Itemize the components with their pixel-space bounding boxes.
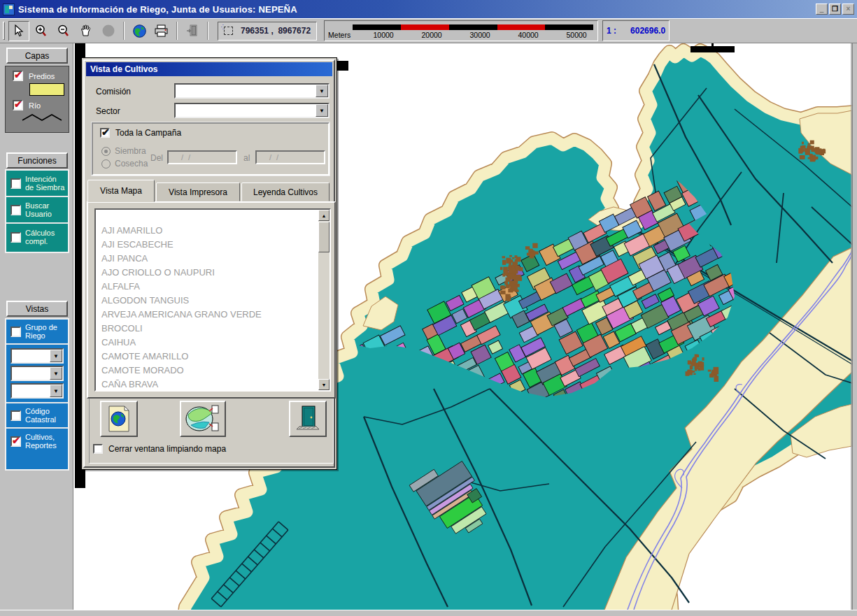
layer-item-predios[interactable]: ✔ Predios bbox=[13, 71, 66, 81]
predios-checkbox[interactable]: ✔ bbox=[13, 71, 23, 81]
vistas-panel-header[interactable]: Vistas bbox=[6, 301, 68, 317]
cultivos-reportes-label: Cultivos, Reportes bbox=[25, 433, 66, 450]
scale-tick: 40000 bbox=[511, 31, 545, 39]
siembra-radio-row[interactable]: Siembra bbox=[101, 146, 146, 156]
crop-list-item[interactable]: CAMOTE AMARILLO bbox=[101, 350, 318, 364]
vistas-panel: Grupo de Riego ▼ ▼ ▼ Código Catastral ✔ … bbox=[5, 318, 69, 471]
sector-combo[interactable]: ▼ bbox=[174, 103, 330, 118]
toolbar: ⁛ 796351 , 8967672 Meters 10000 20000 30… bbox=[0, 18, 857, 43]
codigo-catastral-label: Código Catastral bbox=[25, 407, 66, 424]
select-arrow-button[interactable] bbox=[8, 21, 29, 41]
river-symbol bbox=[21, 112, 63, 123]
tab-vista-mapa[interactable]: Vista Mapa bbox=[87, 180, 155, 202]
del-label: Del bbox=[150, 153, 163, 163]
close-checkbox-row[interactable]: Cerrar ventana limpiando mapa bbox=[93, 444, 226, 454]
toolbar-grip bbox=[3, 22, 5, 40]
scale-tick: 30000 bbox=[463, 31, 497, 39]
dialog-title: Vista de Cultivos bbox=[90, 64, 157, 74]
cosecha-label: Cosecha bbox=[115, 159, 148, 169]
vista-cultivos-reportes[interactable]: ✔ Cultivos, Reportes bbox=[6, 429, 68, 454]
crop-list-item[interactable]: AJI ESCABECHE bbox=[101, 238, 318, 252]
crop-list-item[interactable]: BROCOLI bbox=[101, 322, 318, 336]
map-layers-button[interactable] bbox=[180, 401, 226, 437]
extent-rectangle-icon: ⁛ bbox=[221, 24, 235, 37]
funcion-intencion-siembra[interactable]: Intención de Siembra bbox=[6, 171, 68, 197]
funciones-panel-header[interactable]: Funciones bbox=[6, 152, 68, 169]
vistas-combo-3[interactable]: ▼ bbox=[10, 383, 64, 399]
cosecha-radio[interactable] bbox=[101, 159, 111, 169]
crop-list-item[interactable]: AJI AMARILLO bbox=[101, 224, 318, 238]
vistas-combo-1[interactable]: ▼ bbox=[10, 348, 64, 364]
scale-units-label: Meters bbox=[328, 31, 350, 39]
funciones-panel: Intención de Siembra Buscar Usuario Cálc… bbox=[5, 169, 69, 253]
crop-list-scrollbar[interactable]: ▲ ▼ bbox=[318, 210, 330, 390]
scale-segment bbox=[449, 24, 497, 30]
layer-item-rio[interactable]: ✔ Río bbox=[13, 100, 66, 110]
scroll-down-button[interactable]: ▼ bbox=[318, 379, 330, 390]
vistas-combo-2[interactable]: ▼ bbox=[10, 366, 64, 381]
comision-combo[interactable]: ▼ bbox=[174, 83, 330, 99]
calculos-checkbox[interactable] bbox=[10, 232, 21, 243]
scale-tick: 20000 bbox=[415, 31, 448, 39]
rio-label: Río bbox=[29, 101, 41, 110]
cultivos-reportes-checkbox[interactable]: ✔ bbox=[10, 436, 21, 447]
globe-button[interactable] bbox=[129, 21, 150, 41]
funcion-calculos[interactable]: Cálculos compl. bbox=[6, 224, 68, 250]
window-frame-right bbox=[852, 43, 857, 610]
vista-codigo-catastral[interactable]: Código Catastral bbox=[6, 403, 68, 429]
vista-de-cultivos-dialog: Vista de Cultivos Comisión ▼ Sector ▼ ✔ … bbox=[81, 57, 337, 470]
rio-checkbox[interactable]: ✔ bbox=[13, 100, 23, 110]
vista-grupo-riego[interactable]: Grupo de Riego bbox=[6, 320, 68, 345]
capas-panel: ✔ Predios ✔ Río bbox=[5, 66, 69, 133]
restore-button[interactable]: ❐ bbox=[829, 3, 841, 15]
toolbar-separator bbox=[176, 22, 178, 40]
close-button[interactable]: × bbox=[842, 3, 854, 15]
crop-list-item[interactable]: AJO CRIOLLO O NAUPURI bbox=[101, 266, 318, 280]
draw-map-button[interactable] bbox=[100, 401, 138, 437]
crop-list-item[interactable]: ALGODON TANGUIS bbox=[101, 294, 318, 308]
dialog-title-bar[interactable]: Vista de Cultivos bbox=[86, 62, 332, 76]
crop-listbox[interactable]: AJI AMARILLO AJI ESCABECHE AJI PANCA AJO… bbox=[94, 208, 331, 392]
predios-label: Predios bbox=[29, 72, 55, 80]
exit-dialog-button[interactable] bbox=[289, 401, 327, 437]
ratio-label: 1 : bbox=[607, 26, 616, 36]
tab-vista-impresora[interactable]: Vista Impresora bbox=[156, 182, 240, 201]
zoom-in-button[interactable] bbox=[31, 21, 52, 41]
hand-icon bbox=[79, 24, 93, 38]
crop-list-item[interactable]: AJI PANCA bbox=[101, 252, 318, 266]
toolbar-separator bbox=[123, 22, 125, 40]
crop-list-item[interactable]: CAÑA BRAVA bbox=[101, 378, 318, 392]
funcion-buscar-usuario[interactable]: Buscar Usuario bbox=[6, 197, 68, 224]
disabled-circle-button bbox=[98, 21, 119, 41]
crop-list-item[interactable]: CAMOTE MORADO bbox=[101, 364, 318, 378]
exit-button[interactable] bbox=[182, 21, 203, 41]
coordinates-value: 796351 , 8967672 bbox=[241, 26, 311, 36]
buscar-usuario-checkbox[interactable] bbox=[10, 205, 21, 215]
scale-bar: Meters 10000 20000 30000 40000 50000 bbox=[324, 20, 598, 41]
globe-page-icon bbox=[106, 405, 132, 433]
grupo-riego-checkbox[interactable] bbox=[10, 327, 21, 337]
toda-campana-row[interactable]: ✔ Toda la Campaña bbox=[100, 128, 181, 138]
cosecha-radio-row[interactable]: Cosecha bbox=[101, 159, 148, 169]
codigo-catastral-checkbox[interactable] bbox=[10, 410, 21, 421]
intencion-siembra-checkbox[interactable] bbox=[10, 178, 21, 189]
toda-campana-checkbox[interactable]: ✔ bbox=[100, 128, 110, 138]
crop-list-item[interactable]: CAIHUA bbox=[101, 336, 318, 350]
scale-segment bbox=[497, 24, 546, 30]
tab-leyenda-cultivos[interactable]: Leyenda Cultivos bbox=[241, 182, 330, 201]
capas-panel-header[interactable]: Capas bbox=[6, 48, 68, 64]
scroll-up-button[interactable]: ▲ bbox=[318, 210, 330, 221]
globe-icon bbox=[132, 24, 147, 38]
zoom-out-button[interactable] bbox=[53, 21, 74, 41]
crop-list-item[interactable]: ALFALFA bbox=[101, 280, 318, 294]
pan-hand-button[interactable] bbox=[76, 21, 97, 41]
scale-segment bbox=[545, 24, 593, 30]
arrow-cursor-icon bbox=[13, 24, 24, 37]
siembra-radio[interactable] bbox=[101, 147, 111, 156]
minimize-button[interactable]: _ bbox=[816, 3, 828, 15]
crop-list-item[interactable]: ARVEJA AMERICANA GRANO VERDE bbox=[101, 308, 318, 322]
print-button[interactable] bbox=[151, 21, 172, 41]
coordinate-readout: ⁛ 796351 , 8967672 bbox=[218, 22, 317, 41]
cerrar-ventana-checkbox[interactable] bbox=[93, 444, 103, 454]
scroll-thumb[interactable] bbox=[318, 222, 330, 252]
